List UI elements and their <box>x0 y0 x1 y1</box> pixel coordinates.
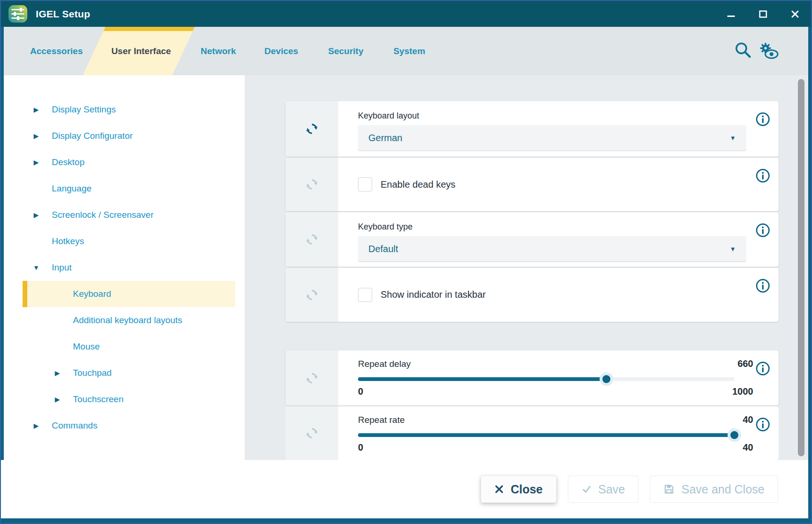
settings-panel: Keyboard layout German ▼ <box>245 75 808 460</box>
slider-min: 0 <box>358 386 363 397</box>
app-icon-slider <box>11 17 24 19</box>
reset-column <box>286 158 338 211</box>
reset-to-default-icon[interactable] <box>305 232 319 246</box>
sidebar-item-display-settings[interactable]: Display Settings <box>23 96 235 123</box>
expander-collapsed-icon[interactable] <box>32 106 41 113</box>
floppy-disk-icon <box>663 484 675 495</box>
sidebar-item-mouse[interactable]: Mouse <box>23 333 235 360</box>
tab-devices[interactable]: Devices <box>264 46 298 56</box>
search-icon[interactable] <box>734 41 752 61</box>
slider-handle[interactable] <box>728 429 741 442</box>
repeat-rate-slider[interactable] <box>358 429 734 441</box>
close-button[interactable]: Close <box>481 476 556 503</box>
view-settings-gear-eye-icon[interactable] <box>757 41 779 61</box>
checkbox-label: Show indicator in taskbar <box>381 289 486 300</box>
sidebar-item-label: Desktop <box>52 157 85 167</box>
sidebar-item-label: Screenlock / Screensaver <box>52 210 154 220</box>
save-button-label: Save <box>598 483 625 496</box>
setting-row-repeat-delay: Repeat delay 660 0 1000 <box>286 350 779 405</box>
keyboard-type-dropdown[interactable]: Default ▼ <box>358 236 746 262</box>
sidebar-item-language[interactable]: Language <box>23 175 235 202</box>
expander-expanded-icon[interactable] <box>32 264 41 271</box>
sidebar-item-label: Language <box>52 183 92 194</box>
save-and-close-button[interactable]: Save and Close <box>650 476 778 503</box>
vertical-scrollbar[interactable] <box>798 78 804 457</box>
sidebar-item-screenlock-screensaver[interactable]: Screenlock / Screensaver <box>23 202 235 228</box>
active-tab-top-bar <box>103 27 195 31</box>
expander-collapsed-icon[interactable] <box>32 211 41 219</box>
tab-security[interactable]: Security <box>328 46 364 56</box>
dropdown-value: German <box>368 133 402 143</box>
sidebar-item-commands[interactable]: Commands <box>23 413 235 439</box>
setting-row-show-indicator: Show indicator in taskbar <box>286 268 779 322</box>
app-icon <box>8 5 27 23</box>
info-icon[interactable] <box>755 222 771 238</box>
slider-min: 0 <box>358 442 363 453</box>
scrollbar-thumb[interactable] <box>798 79 804 456</box>
reset-to-default-icon[interactable] <box>305 426 319 440</box>
reset-to-default-icon[interactable] <box>305 177 319 191</box>
expander-collapsed-icon[interactable] <box>32 159 41 166</box>
expander-collapsed-icon[interactable] <box>32 132 41 140</box>
sidebar-item-input[interactable]: Input <box>23 254 235 281</box>
sidebar-item-label: Touchscreen <box>73 394 124 405</box>
slider-label: Repeat rate <box>358 415 405 425</box>
slider-current-value: 660 <box>738 358 753 369</box>
reset-to-default-icon[interactable] <box>305 371 319 385</box>
reset-to-default-icon[interactable] <box>305 288 319 302</box>
enable-dead-keys-checkbox[interactable] <box>358 177 372 191</box>
reset-column <box>286 212 338 267</box>
info-icon[interactable] <box>755 361 771 376</box>
tab-user-interface[interactable]: User Interface <box>111 46 171 56</box>
expander-collapsed-icon[interactable] <box>53 369 62 377</box>
slider-current-value: 40 <box>743 414 753 425</box>
sidebar-item-label: Commands <box>52 421 97 431</box>
slider-fill <box>358 433 734 437</box>
maximize-icon[interactable] <box>757 8 769 20</box>
app-icon-slider <box>11 13 24 15</box>
tab-system[interactable]: System <box>393 46 425 56</box>
sidebar-item-hotkeys[interactable]: Hotkeys <box>23 228 235 254</box>
minimize-icon[interactable] <box>725 8 737 20</box>
slider-max: 1000 <box>732 386 754 397</box>
reset-column <box>286 406 338 460</box>
info-icon[interactable] <box>755 278 771 294</box>
repeat-delay-slider[interactable] <box>358 373 734 385</box>
field-label: Keyboard layout <box>358 111 779 121</box>
close-icon[interactable] <box>789 8 801 20</box>
sidebar-item-touchscreen[interactable]: Touchscreen <box>23 386 235 413</box>
tab-bar: Accessories User Interface Network Devic… <box>1 27 811 75</box>
slider-handle[interactable] <box>600 373 613 386</box>
reset-to-default-icon[interactable] <box>305 122 319 136</box>
save-button[interactable]: Save <box>568 476 639 503</box>
keyboard-layout-dropdown[interactable]: German ▼ <box>358 125 746 151</box>
reset-column <box>286 350 338 405</box>
tab-network[interactable]: Network <box>201 46 236 56</box>
sidebar-item-label: Hotkeys <box>52 236 84 246</box>
slider-label: Repeat delay <box>358 359 411 369</box>
setting-row-repeat-rate: Repeat rate 40 0 40 <box>286 406 779 460</box>
sidebar-item-desktop[interactable]: Desktop <box>23 149 235 175</box>
expander-collapsed-icon[interactable] <box>53 396 62 403</box>
info-icon[interactable] <box>755 417 771 432</box>
checkbox-label: Enable dead keys <box>381 179 455 190</box>
setting-row-enable-dead-keys: Enable dead keys <box>286 158 779 211</box>
sidebar-item-label: Mouse <box>73 341 100 352</box>
sidebar-item-display-configurator[interactable]: Display Configurator <box>23 123 235 149</box>
main-area: Display Settings Display Configurator De… <box>1 75 811 460</box>
window-title: IGEL Setup <box>36 8 90 20</box>
sidebar-tree: Display Settings Display Configurator De… <box>4 75 245 460</box>
tab-accessories[interactable]: Accessories <box>30 46 83 56</box>
sidebar-item-touchpad[interactable]: Touchpad <box>23 360 235 386</box>
expander-collapsed-icon[interactable] <box>32 422 41 429</box>
show-indicator-checkbox[interactable] <box>358 288 372 302</box>
sidebar-item-keyboard[interactable]: Keyboard <box>23 281 235 307</box>
info-icon[interactable] <box>755 168 771 183</box>
sidebar-item-label: Input <box>52 262 72 273</box>
info-icon[interactable] <box>755 111 771 127</box>
sidebar-item-label: Display Settings <box>52 104 116 115</box>
slider-max: 40 <box>743 442 753 453</box>
window-bottom-frame <box>1 518 811 523</box>
sidebar-item-additional-keyboard-layouts[interactable]: Additional keyboard layouts <box>23 307 235 333</box>
close-button-label: Close <box>510 483 542 496</box>
